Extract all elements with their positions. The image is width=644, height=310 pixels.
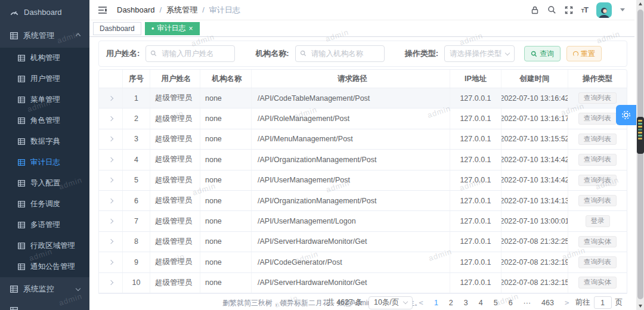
- table-row: 9 超级管理员 none /API/CodeGenerator/Post 127…: [99, 252, 627, 272]
- reset-button[interactable]: 重置: [566, 46, 602, 61]
- sidebar-submenu: 机构管理 用户管理 菜单管理 角色管理 数据字典 审计日志: [0, 48, 89, 277]
- page-number[interactable]: 3: [464, 299, 468, 307]
- breadcrumb-item-system-management[interactable]: 系统管理: [166, 5, 197, 16]
- cell-user: 超级管理员: [150, 150, 200, 169]
- cell-no: 3: [123, 129, 150, 149]
- cell-user: 超级管理员: [150, 191, 200, 210]
- sidebar-item-label: 系统监控: [23, 284, 54, 294]
- lock-icon[interactable]: [531, 6, 539, 14]
- sidebar-item-multilang-management[interactable]: 多语管理: [0, 215, 89, 235]
- scrollbar-thumb[interactable]: [637, 10, 643, 299]
- cell-no: 5: [123, 170, 150, 190]
- cell-path: /API/OrganizationManagement/Post: [252, 191, 450, 210]
- query-button[interactable]: 查询: [524, 46, 561, 61]
- expand-row-icon[interactable]: [108, 198, 113, 203]
- sidebar-item-audit-log[interactable]: 审计日志: [0, 152, 89, 173]
- sidebar-item-data-dictionary[interactable]: 数据字典: [0, 131, 89, 152]
- sidebar-item-notice-management[interactable]: 通知公告管理: [0, 256, 89, 277]
- page-number[interactable]: 2: [449, 299, 453, 307]
- sidebar-item-org-management[interactable]: 机构管理: [0, 48, 89, 69]
- search-icon: [150, 50, 157, 57]
- sidebar-item-task-scheduling[interactable]: 任务调度: [0, 194, 89, 215]
- operation-tag: 查询列表: [578, 113, 617, 125]
- button-label: 重置: [581, 49, 595, 59]
- cell-time: 2022-07-08 21:32:15: [501, 273, 568, 293]
- font-size-icon[interactable]: TT: [581, 5, 588, 14]
- prev-page-icon[interactable]: <: [419, 298, 423, 307]
- expand-row-icon[interactable]: [108, 260, 113, 265]
- fullscreen-icon[interactable]: [565, 6, 573, 14]
- expand-row-icon[interactable]: [108, 280, 113, 285]
- next-page-icon[interactable]: >: [565, 298, 569, 307]
- sidebar-item-import-config[interactable]: 导入配置: [0, 173, 89, 194]
- op-type-select[interactable]: 请选择操作类型: [444, 45, 515, 62]
- col-expand: [99, 70, 123, 88]
- page-size-select[interactable]: 10条/页: [369, 296, 413, 309]
- grid-icon: [18, 264, 25, 270]
- cell-time: 2022-07-10 13:14:42: [501, 150, 568, 169]
- col-no: 序号: [123, 70, 150, 88]
- settings-button[interactable]: [616, 105, 636, 125]
- operation-tag: 查询实体: [578, 236, 617, 248]
- cell-user: 超级管理员: [150, 252, 200, 272]
- page-number[interactable]: 5: [494, 299, 498, 307]
- grid-icon: [18, 201, 25, 207]
- avatar[interactable]: [596, 2, 612, 18]
- expand-row-icon[interactable]: [108, 95, 113, 100]
- expand-row-icon[interactable]: [108, 239, 113, 244]
- cell-user: 超级管理员: [150, 129, 200, 149]
- sidebar-item-menu-management[interactable]: 菜单管理: [0, 89, 89, 110]
- page-number[interactable]: 6: [509, 299, 513, 307]
- expand-row-icon[interactable]: [108, 219, 113, 224]
- close-icon[interactable]: ×: [189, 25, 193, 32]
- col-user: 用户姓名: [150, 70, 200, 88]
- user-name-input[interactable]: [145, 45, 235, 62]
- tab-dashboard[interactable]: Dashboard: [93, 22, 141, 35]
- page-number[interactable]: 1: [434, 299, 438, 307]
- tab-audit-log[interactable]: ● 审计日志 ×: [145, 22, 200, 35]
- expand-row-icon[interactable]: [108, 178, 113, 182]
- sidebar-item-label: 用户管理: [30, 74, 60, 84]
- scroll-down-icon[interactable]: [636, 302, 644, 310]
- main-area: Dashboard / 系统管理 / 审计日志 TT: [89, 0, 634, 310]
- app-window: Dashboard 系统管理 机构管理 用户管理 菜单管理: [0, 0, 644, 310]
- page-number[interactable]: 463: [541, 299, 554, 307]
- breadcrumb-item-dashboard[interactable]: Dashboard: [117, 5, 155, 14]
- expand-row-icon[interactable]: [108, 116, 113, 121]
- sidebar-item-label: Dashboard: [24, 8, 62, 17]
- breadcrumb-item-current: 审计日志: [209, 5, 240, 16]
- cell-no: 8: [123, 232, 150, 252]
- page-number[interactable]: 4: [479, 299, 483, 307]
- table-row: 8 超级管理员 none /API/ServerHardwareMonitor/…: [99, 232, 627, 252]
- expand-row-icon[interactable]: [108, 157, 113, 162]
- sidebar-item-role-management[interactable]: 角色管理: [0, 110, 89, 131]
- goto-page-input[interactable]: [594, 296, 612, 309]
- scroll-up-icon[interactable]: [636, 0, 644, 8]
- more-pages-icon[interactable]: ···: [524, 299, 531, 307]
- active-dot-icon: ●: [151, 26, 154, 31]
- scrollbar: [636, 0, 644, 310]
- table-row: 5 超级管理员 none /API/UserManagement/Post 12…: [99, 170, 627, 191]
- cell-org: none: [200, 211, 252, 231]
- cell-time: 2022-07-08 21:32:25: [501, 232, 568, 252]
- table-row: 2 超级管理员 none /API/RoleManagement/Post 12…: [99, 108, 627, 129]
- sidebar-item-dashboard[interactable]: Dashboard: [0, 0, 89, 24]
- search-icon[interactable]: [547, 5, 556, 14]
- sidebar-item-system-monitor[interactable]: 系统监控: [0, 277, 89, 301]
- goto-suffix: 页: [615, 297, 623, 308]
- expand-row-icon[interactable]: [108, 137, 113, 141]
- sidebar-collapse-icon[interactable]: [98, 6, 107, 14]
- cell-path: /API/CodeGenerator/Post: [252, 252, 450, 272]
- col-org: 机构名称: [200, 70, 252, 88]
- org-name-input[interactable]: [295, 45, 385, 62]
- operation-tag: 查询列表: [578, 175, 617, 187]
- sidebar-item-user-management[interactable]: 用户管理: [0, 69, 89, 89]
- chevron-down-icon[interactable]: [620, 8, 625, 11]
- table-row: 4 超级管理员 none /API/OrganizationManagement…: [99, 150, 627, 170]
- cell-org: none: [200, 273, 252, 293]
- cell-ip: 127.0.0.1: [450, 108, 501, 128]
- sidebar-item-partial[interactable]: [0, 301, 89, 310]
- goto-label: 前往: [575, 297, 590, 308]
- sidebar-item-system-management[interactable]: 系统管理: [0, 24, 89, 48]
- sidebar-item-admin-region-management[interactable]: 行政区域管理: [0, 235, 89, 256]
